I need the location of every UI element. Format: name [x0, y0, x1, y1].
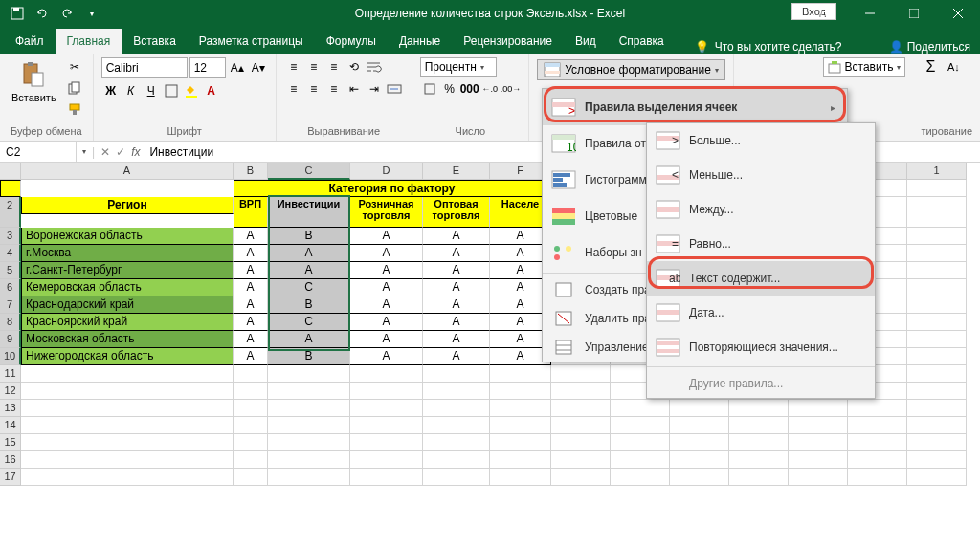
cell[interactable]: г.Москва: [21, 245, 234, 262]
cell[interactable]: [423, 417, 490, 434]
tab-file[interactable]: Файл: [4, 29, 56, 54]
cell[interactable]: [907, 417, 967, 434]
cell[interactable]: A: [423, 262, 490, 279]
cell[interactable]: A: [234, 228, 268, 245]
cell[interactable]: A: [423, 279, 490, 296]
cell[interactable]: [907, 314, 967, 331]
cell[interactable]: [423, 383, 490, 400]
cell[interactable]: [611, 417, 670, 434]
cell[interactable]: 2: [0, 197, 21, 228]
cell[interactable]: A: [234, 279, 268, 296]
cell[interactable]: [423, 451, 490, 469]
cell[interactable]: A: [268, 331, 350, 348]
cell[interactable]: [729, 417, 789, 434]
qat-dropdown-icon[interactable]: ▾: [80, 2, 103, 25]
cell[interactable]: A: [423, 228, 490, 245]
cell[interactable]: 9: [0, 331, 21, 348]
cell[interactable]: [234, 469, 268, 486]
cell[interactable]: ВРП: [234, 197, 268, 228]
cell[interactable]: A: [350, 262, 423, 279]
cell[interactable]: [729, 434, 789, 451]
cell[interactable]: [551, 434, 611, 451]
cell[interactable]: A: [234, 262, 268, 279]
cell[interactable]: A: [234, 296, 268, 314]
merge-cells-icon[interactable]: [385, 79, 404, 99]
cell[interactable]: Розничная торговля: [350, 197, 423, 228]
column-header[interactable]: B: [234, 163, 268, 180]
cell[interactable]: A: [350, 228, 423, 245]
cell[interactable]: 16: [0, 451, 21, 469]
cell[interactable]: [0, 180, 21, 197]
cell[interactable]: Регион: [21, 197, 234, 214]
cell[interactable]: Кемеровская область: [21, 279, 234, 296]
cell[interactable]: 11: [0, 365, 21, 383]
cell[interactable]: [789, 434, 848, 451]
align-top-icon[interactable]: ≡: [284, 57, 303, 77]
cell[interactable]: A: [423, 331, 490, 348]
increase-font-icon[interactable]: A▴: [228, 58, 247, 77]
cell[interactable]: Московская область: [21, 331, 234, 348]
cell[interactable]: 4: [0, 245, 21, 262]
rule-other[interactable]: Другие правила...: [647, 369, 875, 398]
cell[interactable]: [551, 400, 611, 417]
cell[interactable]: C: [268, 279, 350, 296]
cell[interactable]: [551, 451, 611, 469]
align-bottom-icon[interactable]: ≡: [324, 57, 344, 77]
cell[interactable]: [21, 365, 234, 383]
cell[interactable]: 5: [0, 262, 21, 279]
cell[interactable]: 6: [0, 279, 21, 296]
increase-indent-icon[interactable]: ⇥: [365, 79, 384, 99]
border-icon[interactable]: [162, 81, 181, 100]
column-header[interactable]: C: [268, 163, 350, 180]
cell[interactable]: Красноярский край: [21, 314, 234, 331]
cell[interactable]: 7: [0, 296, 21, 314]
redo-icon[interactable]: [56, 2, 78, 25]
cell[interactable]: Воронежская область: [21, 228, 234, 245]
cell[interactable]: [907, 331, 967, 348]
cell[interactable]: [789, 400, 848, 417]
cell[interactable]: [611, 469, 670, 486]
cell[interactable]: 14: [0, 417, 21, 434]
cell[interactable]: A: [350, 245, 423, 262]
cell[interactable]: A: [350, 296, 423, 314]
cell[interactable]: [268, 469, 350, 486]
column-header[interactable]: A: [21, 163, 234, 180]
cell[interactable]: [670, 469, 729, 486]
decrease-indent-icon[interactable]: ⇤: [345, 79, 364, 99]
cell[interactable]: [611, 451, 670, 469]
cell[interactable]: [490, 400, 551, 417]
copy-icon[interactable]: [64, 78, 85, 98]
cell[interactable]: [907, 197, 967, 228]
confirm-icon[interactable]: ✓: [116, 145, 125, 159]
cell[interactable]: [234, 434, 268, 451]
sort-filter-icon[interactable]: A↓: [944, 57, 963, 77]
cell[interactable]: 1: [907, 163, 967, 180]
save-icon[interactable]: [6, 2, 29, 25]
cell[interactable]: Инвестиции: [268, 197, 350, 228]
cell[interactable]: [490, 434, 551, 451]
cell[interactable]: [907, 400, 967, 417]
cell[interactable]: [670, 417, 729, 434]
formula-input[interactable]: [145, 145, 528, 159]
autosum-icon[interactable]: Σ: [921, 57, 940, 77]
column-header[interactable]: E: [423, 163, 490, 180]
cell[interactable]: [848, 400, 907, 417]
cell[interactable]: A: [350, 331, 423, 348]
cell[interactable]: A: [268, 262, 350, 279]
cell[interactable]: [907, 245, 967, 262]
cell[interactable]: [423, 365, 490, 383]
comma-icon[interactable]: 000: [460, 79, 479, 99]
format-painter-icon[interactable]: [64, 99, 85, 119]
cell[interactable]: A: [234, 314, 268, 331]
cell[interactable]: 8: [0, 314, 21, 331]
cell[interactable]: [268, 400, 350, 417]
rule-between[interactable]: Между...: [647, 192, 875, 227]
tab-formulas[interactable]: Формулы: [315, 29, 388, 54]
cell[interactable]: [234, 383, 268, 400]
cell[interactable]: [551, 469, 611, 486]
cell[interactable]: [551, 365, 611, 383]
cell[interactable]: Краснодарский край: [21, 296, 234, 314]
cell[interactable]: [670, 434, 729, 451]
cell[interactable]: A: [350, 314, 423, 331]
cell[interactable]: [268, 417, 350, 434]
